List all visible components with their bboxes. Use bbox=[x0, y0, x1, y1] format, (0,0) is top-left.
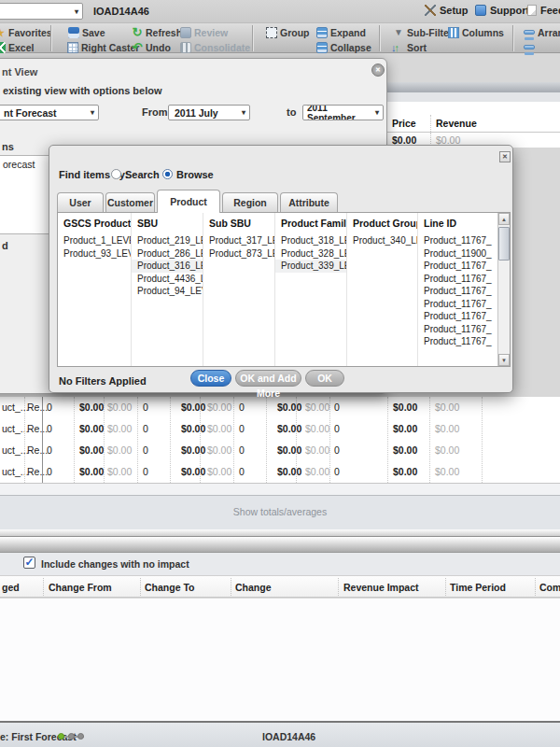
view-list-item[interactable]: orecast bbox=[3, 159, 35, 170]
comments-column-header[interactable]: Comments bbox=[539, 582, 560, 593]
search-radio[interactable] bbox=[111, 169, 121, 179]
list-item[interactable]: Product_328_LEVEL bbox=[275, 247, 346, 261]
column-header[interactable]: SBU bbox=[132, 213, 203, 234]
cell-qty: 0 bbox=[47, 423, 52, 434]
from-period-dropdown[interactable]: 2011 July ▾ bbox=[168, 105, 250, 120]
table-row[interactable]: uct_... Re... 0 $0.00 $0.00 0 $0.00 $0.0… bbox=[0, 440, 560, 461]
list-item[interactable]: Product_339_LEVEL bbox=[275, 260, 346, 273]
list-item[interactable]: Product_11767_ bbox=[418, 273, 497, 286]
list-item[interactable]: Product_286_LEVEL bbox=[132, 247, 203, 261]
to-period-dropdown[interactable]: 2011 September ▾ bbox=[302, 105, 384, 120]
tab-product[interactable]: Product bbox=[157, 190, 220, 213]
feedback-button[interactable]: Feedback bbox=[527, 5, 560, 16]
list-item[interactable]: Product_11767_ bbox=[418, 335, 497, 348]
tab-region[interactable]: Region bbox=[222, 192, 278, 213]
expand-button[interactable]: Expand bbox=[316, 26, 366, 38]
cell-price: $0.00 bbox=[277, 423, 301, 434]
revenue-impact-column-header[interactable]: Revenue Impact bbox=[343, 582, 419, 593]
list-item[interactable]: Product_94_LEVEL_ bbox=[132, 285, 203, 298]
change-column-header[interactable]: Change bbox=[235, 582, 272, 593]
close-button[interactable]: Close bbox=[190, 370, 231, 387]
list-item[interactable]: Product_318_LEVEL bbox=[275, 234, 346, 247]
refresh-button[interactable]: ↻ Refresh bbox=[132, 26, 182, 38]
scroll-down-icon[interactable]: ▼ bbox=[498, 354, 510, 366]
column-item-list: Product_1_LEVEL_2Product_93_LEVEL_ bbox=[58, 234, 131, 260]
price-column-header[interactable]: Price bbox=[392, 118, 416, 129]
time-period-column-header[interactable]: Time Period bbox=[450, 582, 506, 593]
support-button[interactable]: Support bbox=[475, 5, 529, 16]
undo-button[interactable]: ↶ Undo bbox=[132, 41, 171, 53]
setup-button[interactable]: Setup bbox=[425, 5, 469, 16]
review-label: Review bbox=[194, 27, 228, 38]
list-item[interactable]: Product_873_LEVEL bbox=[203, 247, 274, 261]
change-to-column-header[interactable]: Change To bbox=[145, 582, 194, 593]
excel-button[interactable]: Excel bbox=[0, 41, 34, 53]
list-item[interactable]: Product_4436_LEVE bbox=[132, 273, 203, 286]
list-item[interactable]: Product_93_LEVEL_ bbox=[58, 247, 131, 261]
arrange-button[interactable]: Arrange bbox=[524, 26, 560, 38]
list-item[interactable]: Product_219_LEVEL bbox=[132, 234, 203, 247]
close-icon[interactable]: ✕ bbox=[371, 63, 385, 77]
tab-customer[interactable]: Customer bbox=[105, 192, 155, 213]
ok-button[interactable]: OK bbox=[305, 370, 344, 387]
collapse-button[interactable]: Collapse bbox=[316, 41, 371, 53]
column-header[interactable]: GSCS Product bbox=[58, 213, 131, 234]
ok-and-add-more-button[interactable]: OK and Add More bbox=[235, 370, 301, 387]
column-header[interactable]: Line ID bbox=[418, 213, 497, 234]
cell-region: Re... bbox=[27, 423, 48, 434]
list-item[interactable]: Product_340_LEVEL bbox=[347, 234, 417, 247]
list-item[interactable]: Product_11900_ bbox=[418, 247, 497, 261]
table-row[interactable]: uct_... Re... 0 $0.00 $0.00 0 $0.00 $0.0… bbox=[0, 461, 560, 483]
list-item[interactable]: Product_11767_ bbox=[418, 285, 497, 298]
cell-revenue: $0.00 bbox=[107, 444, 132, 456]
browse-radio-label[interactable]: Browse bbox=[176, 169, 214, 180]
scroll-up-icon[interactable]: ▲ bbox=[498, 213, 510, 225]
tab-user[interactable]: User bbox=[57, 192, 104, 213]
list-item[interactable]: Product_11767_ bbox=[418, 260, 497, 273]
cell-revenue: $0.00 bbox=[107, 423, 132, 434]
columns-button[interactable]: Columns bbox=[448, 26, 504, 38]
group-label: Group bbox=[280, 27, 310, 38]
scrollbar-thumb[interactable] bbox=[498, 227, 510, 261]
column-separator bbox=[74, 397, 75, 483]
progress-dot-active bbox=[58, 733, 64, 740]
list-item[interactable]: Product_317_LEVEL bbox=[203, 234, 274, 247]
browse-radio[interactable] bbox=[162, 169, 173, 179]
change-from-column-header[interactable]: Change From bbox=[49, 582, 112, 593]
list-item[interactable]: Product_11767_ bbox=[418, 310, 497, 323]
group-button[interactable]: Group bbox=[266, 26, 310, 38]
splitter-bar[interactable] bbox=[0, 529, 560, 537]
changed-column-header[interactable]: ged bbox=[2, 582, 20, 593]
close-icon[interactable]: ✕ bbox=[499, 151, 511, 162]
vertical-scrollbar[interactable]: ▲ ▼ bbox=[497, 213, 510, 366]
table-row[interactable]: uct_... Re... 0 $0.00 $0.00 0 $0.00 $0.0… bbox=[0, 418, 560, 440]
column-header[interactable]: Product Family bbox=[275, 213, 346, 234]
column-separator bbox=[266, 397, 267, 483]
cell-price: $0.00 bbox=[277, 466, 301, 477]
table-row[interactable]: uct_... Re... 0 $0.00 $0.00 0 $0.00 $0.0… bbox=[0, 397, 560, 418]
cell-price: $0.00 bbox=[79, 423, 104, 434]
list-item[interactable]: Product_1_LEVEL_2 bbox=[58, 234, 131, 247]
sort-button[interactable]: ↓↑ Sort bbox=[391, 41, 427, 53]
list-item[interactable]: Product_11767_ bbox=[418, 323, 497, 336]
favorites-button[interactable]: ★ Favorites bbox=[0, 26, 52, 38]
column-header[interactable]: Product Group bbox=[347, 213, 417, 234]
view-type-dropdown[interactable]: nt Forecast ▾ bbox=[0, 105, 99, 120]
arrange-secondary-button[interactable] bbox=[524, 41, 535, 53]
include-changes-checkbox[interactable]: ✓ bbox=[23, 557, 35, 569]
quick-view-selector[interactable]: ▾ bbox=[0, 3, 83, 20]
revenue-column-header[interactable]: Revenue bbox=[436, 118, 477, 129]
sub-filter-button[interactable]: ▼ Sub-Filter bbox=[393, 26, 453, 38]
right-caster-button[interactable]: Right Caster bbox=[67, 41, 139, 53]
list-item[interactable]: Product_11767_ bbox=[418, 234, 497, 247]
search-radio-label[interactable]: Search bbox=[125, 169, 160, 180]
column-header[interactable]: Sub SBU bbox=[203, 213, 274, 234]
splitter-handle[interactable] bbox=[0, 537, 560, 553]
find-column-sbu: SBU Product_219_LEVELProduct_286_LEVELPr… bbox=[132, 213, 203, 366]
column-separator bbox=[535, 578, 536, 596]
list-item[interactable]: Product_316_LEVEL bbox=[132, 260, 203, 273]
tab-attribute[interactable]: Attribute bbox=[280, 192, 338, 213]
save-button[interactable]: Save bbox=[68, 26, 105, 38]
list-item[interactable]: Product_11767_ bbox=[418, 298, 497, 311]
show-totals-bar[interactable]: Show totals/averages bbox=[0, 495, 560, 529]
